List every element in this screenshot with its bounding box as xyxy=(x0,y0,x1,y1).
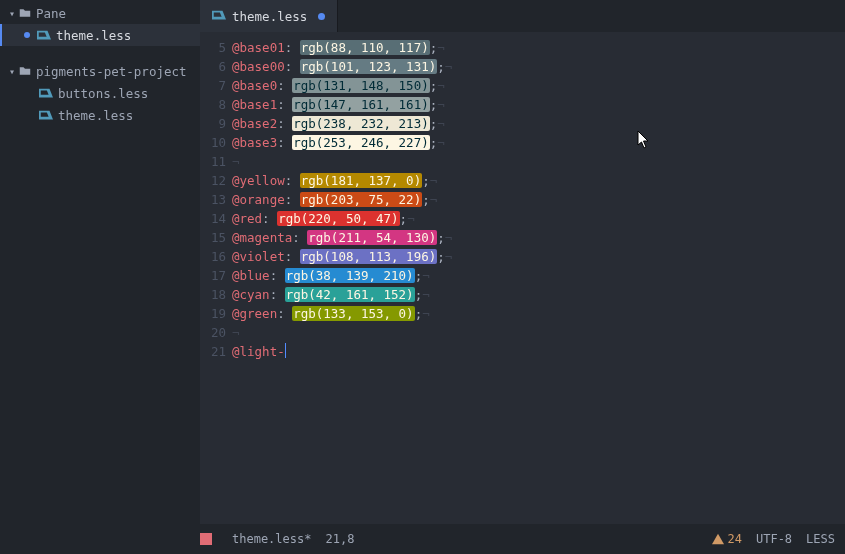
code-line[interactable]: @blue: rgb(38, 139, 210);¬ xyxy=(232,266,452,285)
tree-item-label: theme.less xyxy=(56,28,131,43)
code-line[interactable]: @violet: rgb(108, 113, 196);¬ xyxy=(232,247,452,266)
tree-item-theme-less-2[interactable]: theme.less xyxy=(0,104,200,126)
status-encoding[interactable]: UTF-8 xyxy=(756,532,792,546)
less-file-icon xyxy=(39,108,53,122)
line-number-gutter: 56789101112131415161718192021 xyxy=(200,32,232,524)
tree-view[interactable]: ▾ Pane theme.less ▾ pigments-pet-project xyxy=(0,0,200,524)
tab-bar[interactable]: theme.less xyxy=(200,0,845,32)
code-line[interactable]: ¬ xyxy=(232,152,452,171)
folder-icon xyxy=(19,7,31,19)
modified-indicator-icon xyxy=(318,13,325,20)
folder-icon xyxy=(19,65,31,77)
status-cursor-position[interactable]: 21,8 xyxy=(325,532,354,546)
status-filename[interactable]: theme.less* xyxy=(232,532,311,546)
code-line[interactable]: @cyan: rgb(42, 161, 152);¬ xyxy=(232,285,452,304)
tree-item-label: buttons.less xyxy=(58,86,148,101)
tree-project-header[interactable]: ▾ pigments-pet-project xyxy=(0,60,200,82)
status-bar: theme.less* 21,8 24 UTF-8 LESS xyxy=(0,524,845,554)
code-line[interactable]: @base01: rgb(88, 110, 117);¬ xyxy=(232,38,452,57)
code-line[interactable]: @green: rgb(133, 153, 0);¬ xyxy=(232,304,452,323)
tree-pane-label: Pane xyxy=(36,6,66,21)
code-line[interactable]: @magenta: rgb(211, 54, 130);¬ xyxy=(232,228,452,247)
less-file-icon xyxy=(212,8,226,25)
tree-item-label: theme.less xyxy=(58,108,133,123)
code-line[interactable]: @base2: rgb(238, 232, 213);¬ xyxy=(232,114,452,133)
code-line[interactable]: @yellow: rgb(181, 137, 0);¬ xyxy=(232,171,452,190)
tab-theme-less[interactable]: theme.less xyxy=(200,0,338,32)
chevron-down-icon: ▾ xyxy=(6,66,18,77)
code-line[interactable]: @base00: rgb(101, 123, 131);¬ xyxy=(232,57,452,76)
pigments-swatch-icon[interactable] xyxy=(200,533,212,545)
warnings-count: 24 xyxy=(728,532,742,546)
tree-item-theme-less[interactable]: theme.less xyxy=(0,24,200,46)
code-area[interactable]: @base01: rgb(88, 110, 117);¬@base00: rgb… xyxy=(232,32,452,524)
text-editor[interactable]: 56789101112131415161718192021 @base01: r… xyxy=(200,32,845,524)
code-line[interactable]: @orange: rgb(203, 75, 22);¬ xyxy=(232,190,452,209)
tree-item-buttons-less[interactable]: buttons.less xyxy=(0,82,200,104)
tree-project-label: pigments-pet-project xyxy=(36,64,187,79)
code-line[interactable]: ¬ xyxy=(232,323,452,342)
code-line[interactable]: @base1: rgb(147, 161, 161);¬ xyxy=(232,95,452,114)
status-grammar[interactable]: LESS xyxy=(806,532,835,546)
tab-label: theme.less xyxy=(232,9,307,24)
code-line[interactable]: @base0: rgb(131, 148, 150);¬ xyxy=(232,76,452,95)
chevron-down-icon: ▾ xyxy=(6,8,18,19)
code-line[interactable]: @red: rgb(220, 50, 47);¬ xyxy=(232,209,452,228)
code-line[interactable]: @base3: rgb(253, 246, 227);¬ xyxy=(232,133,452,152)
tree-pane-header[interactable]: ▾ Pane xyxy=(0,2,200,24)
code-line[interactable]: @light- xyxy=(232,342,452,361)
linter-warnings[interactable]: 24 xyxy=(712,532,742,546)
less-file-icon xyxy=(37,28,51,42)
less-file-icon xyxy=(39,86,53,100)
modified-indicator-icon xyxy=(24,32,30,38)
